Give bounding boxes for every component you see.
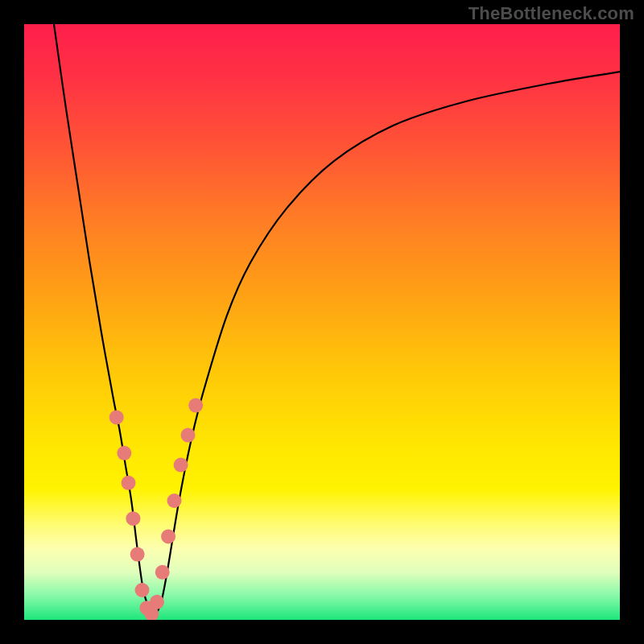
bottleneck-curve: [54, 24, 620, 614]
watermark-text: TheBottleneck.com: [469, 3, 634, 24]
marker-dot: [130, 547, 145, 562]
marker-dot: [174, 458, 188, 473]
marker-dot: [135, 583, 150, 597]
marker-dots-group: [109, 398, 203, 620]
marker-dot: [109, 410, 124, 424]
marker-dot: [161, 529, 175, 543]
marker-dot: [155, 565, 170, 580]
chart-frame: TheBottleneck.com: [0, 0, 644, 644]
marker-dot: [181, 428, 196, 443]
curve-layer: [24, 24, 620, 620]
plot-area: [24, 24, 620, 620]
marker-dot: [117, 446, 131, 460]
marker-dot: [122, 476, 136, 490]
marker-dot: [188, 398, 203, 413]
marker-dot: [150, 595, 164, 609]
marker-dot: [126, 511, 140, 526]
marker-dot: [167, 493, 181, 508]
